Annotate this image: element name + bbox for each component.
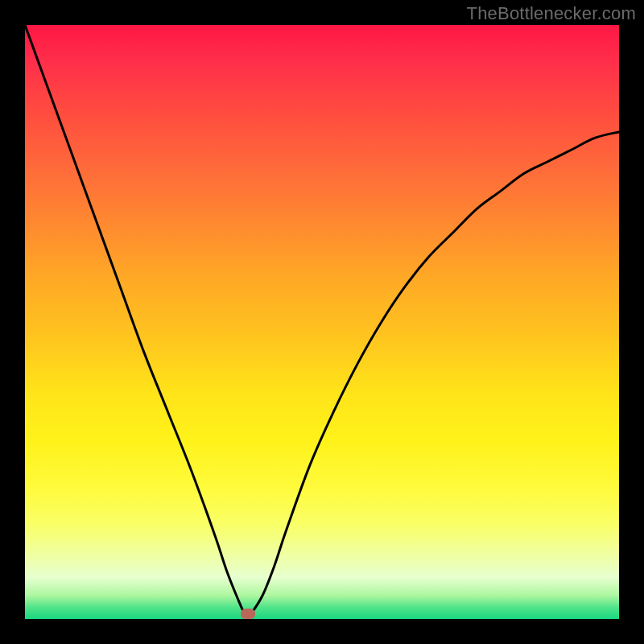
optimal-point-marker	[241, 609, 255, 619]
bottleneck-curve	[25, 25, 619, 619]
watermark-text: TheBottlenecker.com	[467, 3, 636, 24]
plot-area	[25, 25, 619, 619]
chart-outer: TheBottlenecker.com	[0, 0, 644, 644]
